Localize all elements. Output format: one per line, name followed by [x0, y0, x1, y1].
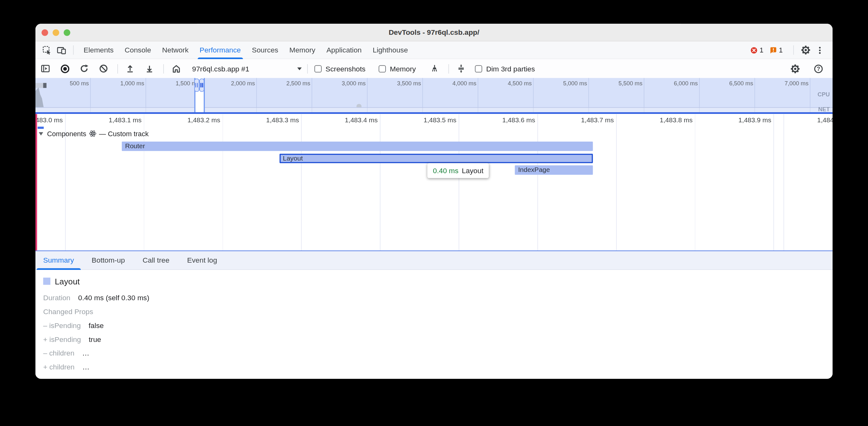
more-options-icon[interactable] — [813, 43, 827, 58]
summary-row-ispending-old: – isPending false — [43, 319, 833, 332]
active-tab-underline — [197, 57, 243, 59]
summary-row-children-new: + children … — [43, 360, 833, 374]
collapse-track-icon[interactable] — [39, 132, 43, 135]
tab-event-log[interactable]: Event log — [181, 251, 224, 270]
toggle-sidebar-icon[interactable] — [40, 63, 51, 74]
record-button[interactable] — [59, 63, 70, 74]
traffic-lights — [41, 24, 70, 41]
minimize-window-button[interactable] — [53, 29, 59, 36]
tab-summary[interactable]: Summary — [37, 251, 81, 270]
timeline-start-marker — [35, 114, 37, 251]
tab-elements[interactable]: Elements — [78, 41, 119, 59]
overview-tick: 2,000 ms — [231, 79, 255, 86]
timeline-tick: 1,483.6 ms — [502, 116, 535, 124]
overview-tick: 3,500 ms — [397, 79, 421, 86]
timeline-tick: 1,483.7 ms — [581, 116, 614, 124]
dim-3rd-parties-label: Dim 3rd parties — [486, 64, 535, 73]
timeline-tick: 1,483.8 ms — [660, 116, 693, 124]
divider — [73, 45, 74, 55]
divider — [117, 64, 118, 73]
memory-checkbox-group[interactable]: Memory — [379, 64, 416, 73]
svg-text:?: ? — [816, 65, 820, 72]
settings-gear-icon[interactable] — [798, 43, 813, 58]
active-tab-underline — [37, 268, 81, 269]
summary-event-title: Layout — [55, 276, 80, 286]
summary-row-changed-props: Changed Props — [43, 305, 833, 319]
upload-profile-icon[interactable] — [125, 63, 136, 74]
screenshots-label: Screenshots — [326, 64, 365, 73]
summary-row-ispending-new: + isPending true — [43, 332, 833, 347]
help-icon[interactable]: ? — [811, 61, 826, 76]
tab-sources[interactable]: Sources — [246, 41, 284, 59]
screenshot-thumbnail-dark — [43, 83, 47, 88]
devtools-window: DevTools - 97r6ql.csb.app/ Elements Cons… — [35, 24, 833, 379]
inspect-element-icon[interactable] — [40, 43, 54, 58]
timeline-tick: 1,483.1 ms — [109, 116, 142, 124]
target-dropdown[interactable]: 97r6ql.csb.app #1 — [192, 64, 302, 73]
tab-performance[interactable]: Performance — [194, 41, 246, 59]
tab-lighthouse[interactable]: Lighthouse — [367, 41, 413, 59]
screenshots-checkbox[interactable] — [314, 65, 322, 72]
selection-right-handle[interactable] — [199, 79, 204, 92]
memory-label: Memory — [390, 64, 416, 73]
tab-call-tree[interactable]: Call tree — [136, 251, 176, 270]
download-profile-icon[interactable] — [144, 63, 155, 74]
issues-badge[interactable]: 1 — [770, 46, 787, 54]
overview-tick: 3,000 ms — [342, 79, 366, 86]
overview-tick: 6,500 ms — [729, 79, 753, 86]
screenshot-thumbnail — [35, 83, 46, 88]
collapse-tracks-icon[interactable] — [456, 63, 467, 74]
summary-row-duration: Duration 0.40 ms (self 0.30 ms) — [43, 291, 833, 305]
home-icon[interactable] — [170, 63, 182, 74]
summary-row-children-old: – children … — [43, 347, 833, 360]
flame-bar-indexpage[interactable]: IndexPage — [515, 165, 593, 175]
dim-3rd-parties-checkbox-group[interactable]: Dim 3rd parties — [475, 64, 535, 73]
overview-tick: 6,000 ms — [674, 79, 698, 86]
network-strip — [35, 108, 833, 112]
clear-recording-icon[interactable] — [98, 63, 109, 74]
titlebar: DevTools - 97r6ql.csb.app/ — [35, 24, 833, 41]
tooltip-duration: 0.40 ms — [433, 167, 459, 175]
screen: DevTools - 97r6ql.csb.app/ Elements Cons… — [0, 0, 868, 426]
capture-settings-gear-icon[interactable] — [788, 61, 802, 76]
collect-garbage-icon[interactable] — [429, 63, 440, 74]
summary-pane: Layout Duration 0.40 ms (self 0.30 ms) C… — [35, 270, 833, 378]
overview-tick: 2,500 ms — [286, 79, 310, 86]
flame-bar-layout-selected[interactable]: Layout — [280, 154, 593, 163]
tab-application[interactable]: Application — [321, 41, 367, 59]
flame-chart[interactable]: 1,483.0 ms 1,483.1 ms 1,483.2 ms 1,483.3… — [35, 114, 833, 251]
divider — [448, 64, 449, 73]
divider — [163, 64, 164, 73]
error-count: 1 — [760, 46, 763, 54]
divider — [307, 64, 308, 73]
details-tabbar: Summary Bottom-up Call tree Event log — [35, 251, 833, 270]
device-toolbar-icon[interactable] — [54, 43, 69, 58]
errors-badge[interactable]: 1 — [750, 46, 767, 54]
track-subtitle: — Custom track — [99, 130, 149, 137]
window-title: DevTools - 97r6ql.csb.app/ — [35, 28, 833, 36]
tab-network[interactable]: Network — [157, 41, 194, 59]
issue-count: 1 — [779, 46, 783, 54]
selection-left-handle[interactable] — [194, 79, 199, 92]
react-atom-icon — [89, 130, 96, 137]
components-track-header[interactable]: Components — Custom track — [39, 130, 149, 137]
memory-checkbox[interactable] — [379, 65, 386, 72]
cpu-lane-label: CPU — [817, 91, 830, 97]
tab-bottom-up[interactable]: Bottom-up — [85, 251, 132, 270]
performance-toolbar: 97r6ql.csb.app #1 Screenshots Memory — [35, 59, 833, 78]
overview-tick: 1,000 ms — [120, 79, 144, 86]
clipped-event-bar — [37, 127, 43, 129]
close-window-button[interactable] — [41, 29, 48, 36]
tab-console[interactable]: Console — [119, 41, 157, 59]
overview-tick: 7,000 ms — [784, 79, 809, 86]
dim-3rd-parties-checkbox[interactable] — [475, 65, 483, 72]
timeline-tick: 1,483.4 ms — [345, 116, 378, 124]
tabbar-right-cluster: 1 1 — [750, 43, 833, 58]
flame-bar-router[interactable]: Router — [122, 141, 593, 151]
screenshots-checkbox-group[interactable]: Screenshots — [314, 64, 365, 73]
dropdown-arrow-icon — [297, 67, 302, 70]
tab-memory[interactable]: Memory — [284, 41, 321, 59]
zoom-window-button[interactable] — [64, 29, 70, 36]
timeline-overview[interactable]: 500 ms 1,000 ms 1,500 ms 2,000 ms 2,500 … — [35, 78, 833, 112]
reload-and-record-icon[interactable] — [79, 63, 90, 74]
